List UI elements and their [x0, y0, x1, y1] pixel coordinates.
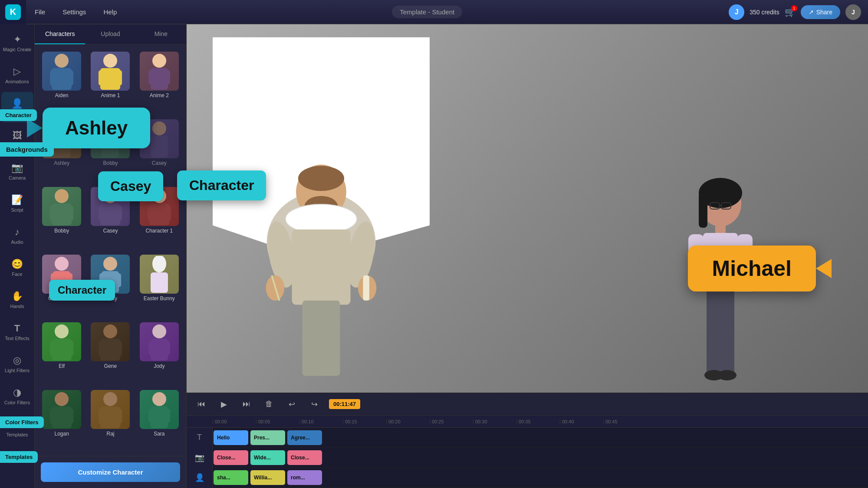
char-card-anime1[interactable]: Anime 1: [88, 49, 133, 113]
track-camera-content: Close... Wide... Close...: [213, 448, 868, 467]
clip-close1[interactable]: Close...: [214, 450, 248, 465]
ruler-marks: 00:00 00:05 00:10 00:15 00:20 00:25 00:3…: [213, 419, 647, 424]
char-card-sara[interactable]: Sara: [137, 387, 182, 452]
ruler-mark-7: 00:35: [516, 419, 560, 424]
sidebar-item-face[interactable]: 😊 Face: [1, 252, 33, 283]
tab-characters[interactable]: Characters: [35, 24, 85, 44]
clip-sha[interactable]: sha...: [214, 470, 248, 485]
credits-badge: 350 credits: [750, 9, 779, 16]
char-card-raj[interactable]: Raj: [88, 387, 133, 452]
clip-agree[interactable]: Agree...: [287, 430, 322, 445]
sidebar-item-color-filters-label: Color Filters: [4, 400, 30, 405]
menu-help[interactable]: Help: [95, 0, 125, 24]
sidebar-item-script[interactable]: 📝 Script: [1, 188, 33, 219]
play-button[interactable]: ▶: [216, 396, 232, 412]
char-avatar-easterbunny: [140, 255, 179, 294]
customize-button-container: Customize Character: [35, 456, 186, 488]
sidebar-item-color-filters[interactable]: ◑ Color Filters: [1, 381, 33, 411]
svg-rect-63: [165, 409, 170, 422]
magic-create-icon: ✦: [13, 34, 21, 45]
sidebar-item-text-effects[interactable]: T Text Effects: [1, 317, 33, 347]
tab-upload[interactable]: Upload: [85, 24, 135, 44]
svg-point-94: [717, 370, 736, 380]
char-name-bobby: Bobby: [103, 160, 118, 166]
svg-rect-46: [99, 341, 105, 356]
char-card-easterbunny[interactable]: Easter Bunny: [137, 252, 182, 316]
svg-point-52: [55, 392, 69, 406]
skip-forward-button[interactable]: ⏭: [239, 396, 254, 412]
svg-point-60: [152, 392, 166, 406]
svg-rect-6: [99, 70, 105, 85]
char-avatar-anime1: [91, 52, 130, 91]
menu-file[interactable]: File: [26, 0, 54, 24]
svg-rect-85: [715, 223, 726, 234]
time-display: 00:11:47: [329, 399, 360, 409]
delete-button[interactable]: 🗑: [261, 396, 277, 412]
undo-button[interactable]: ↩: [284, 396, 299, 412]
cart-badge: 1: [791, 5, 797, 11]
char-card-bobby-r3[interactable]: Bobby: [39, 184, 84, 249]
tooltip-color-filters: Color Filters: [0, 416, 44, 428]
track-character: 👤 sha... Willia... rom...: [187, 468, 868, 488]
svg-rect-75: [363, 275, 369, 301]
sidebar-item-light-filters-label: Light Filters: [5, 368, 30, 373]
animations-icon: ▷: [13, 66, 21, 77]
clip-wide[interactable]: Wide...: [250, 450, 285, 465]
svg-rect-43: [67, 341, 73, 356]
sidebar-item-text-effects-label: Text Effects: [5, 336, 30, 341]
svg-point-56: [103, 392, 117, 406]
char-card-gene[interactable]: Gene: [88, 320, 133, 384]
char-avatar-jody: [140, 322, 179, 361]
skip-back-button[interactable]: ⏮: [194, 396, 209, 412]
logo-icon: K: [5, 4, 21, 20]
svg-rect-21: [67, 206, 73, 221]
track-character-content: sha... Willia... rom...: [213, 468, 868, 487]
share-button[interactable]: ↗ Share: [801, 5, 840, 19]
svg-rect-39: [151, 272, 168, 293]
user-avatar-main: J: [729, 4, 744, 20]
clip-close2[interactable]: Close...: [287, 450, 322, 465]
sidebar-item-script-label: Script: [11, 207, 23, 213]
ruler-mark-5: 00:25: [430, 419, 473, 424]
panel-tabs: Characters Upload Mine: [35, 24, 186, 45]
customize-character-button[interactable]: Customize Character: [41, 462, 180, 482]
sidebar-item-hands[interactable]: ✋ Hands: [1, 285, 33, 315]
ruler-mark-8: 00:40: [560, 419, 603, 424]
ruler-mark-9: 00:45: [603, 419, 647, 424]
share-icon: ↗: [809, 9, 814, 16]
svg-rect-25: [116, 206, 122, 221]
tooltip-character-sidebar: Character: [0, 109, 37, 121]
char-card-logan[interactable]: Logan: [39, 387, 84, 452]
char-card-anime2[interactable]: Anime 2: [137, 49, 182, 113]
redo-button[interactable]: ↪: [306, 396, 322, 412]
char-card-jody[interactable]: Jody: [137, 320, 182, 384]
credits-text: 350 credits: [750, 9, 779, 16]
clip-hello[interactable]: Hello: [214, 430, 248, 445]
sidebar-item-magic-create[interactable]: ✦ Magic Create: [1, 28, 33, 58]
menu-settings[interactable]: Settings: [54, 0, 95, 24]
ruler-mark-3: 00:15: [343, 419, 386, 424]
svg-rect-3: [67, 70, 73, 85]
text-effects-icon: T: [14, 323, 20, 334]
sidebar-item-animations[interactable]: ▷ Animations: [1, 60, 33, 90]
svg-point-44: [103, 324, 117, 338]
clip-rom[interactable]: rom...: [287, 470, 322, 485]
sidebar-item-audio[interactable]: ♪ Audio: [1, 220, 33, 251]
char-name-bobby-display: Bobby: [54, 228, 69, 234]
tooltip-casey: Casey: [98, 171, 163, 201]
svg-point-48: [152, 324, 166, 338]
tooltip-character-sidebar-container: Character: [0, 109, 37, 121]
sidebar-item-light-filters[interactable]: ◎ Light Filters: [1, 349, 33, 379]
tab-mine[interactable]: Mine: [136, 24, 186, 44]
svg-rect-54: [50, 409, 56, 424]
clip-willia[interactable]: Willia...: [250, 470, 285, 485]
tooltip-character1-container: Character: [177, 170, 266, 200]
char-card-aiden[interactable]: Aiden: [39, 49, 84, 113]
char-card-elf[interactable]: Elf: [39, 320, 84, 384]
clip-pres[interactable]: Pres...: [250, 430, 285, 445]
tooltip-character2: Character: [49, 280, 115, 301]
user-avatar-right: J: [845, 4, 861, 20]
sidebar-item-camera[interactable]: 📷 Camera: [1, 156, 33, 187]
cart-icon[interactable]: 🛒 1: [785, 7, 796, 17]
canvas-area: [187, 24, 868, 393]
